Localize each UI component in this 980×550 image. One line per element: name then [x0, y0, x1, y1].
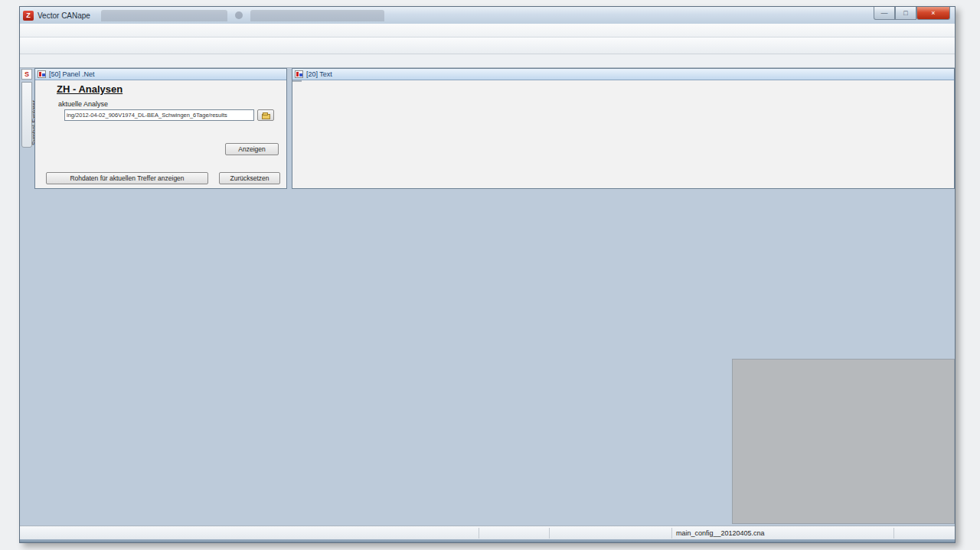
panel-icon	[38, 70, 46, 78]
status-bar: main_config__20120405.cna	[20, 526, 955, 539]
analysis-path-input[interactable]	[64, 109, 254, 121]
workspace: S Symbol-Explorer [50] Panel .Net ZH - A…	[20, 68, 955, 526]
table-vertical-scrollbar[interactable]	[292, 80, 302, 82]
app-icon: Z	[23, 11, 34, 21]
close-button[interactable]: ×	[916, 7, 950, 20]
app-window: Z Vector CANape — □ × S Symbol-Explorer …	[19, 6, 956, 543]
panel-net-titlebar[interactable]: [50] Panel .Net	[35, 69, 286, 80]
status-cell-empty	[550, 528, 672, 539]
panel-net-content: ZH - Analysen aktuelle Analyse Anzeigen …	[35, 80, 286, 188]
panel-icon	[295, 70, 303, 78]
tab-bar	[20, 54, 955, 68]
explorer-strip: S Symbol-Explorer	[20, 68, 34, 526]
panel-net-title: [50] Panel .Net	[49, 70, 284, 78]
status-file-cell: main_config__20120405.cna	[672, 528, 894, 539]
maximize-button[interactable]: □	[895, 7, 916, 20]
menu-bar	[20, 24, 955, 37]
empty-dock-area	[732, 359, 955, 524]
symbol-explorer-icon[interactable]: S	[21, 69, 32, 80]
panel-text-title: [20] Text	[306, 70, 952, 78]
panel-text-content	[292, 80, 954, 188]
panel-net: [50] Panel .Net ZH - Analysen aktuelle A…	[34, 68, 287, 189]
status-icons-cell	[479, 528, 550, 539]
toolbar	[20, 37, 955, 54]
inactive-window-icon[interactable]	[235, 11, 243, 19]
title-bar: Z Vector CANape — □ ×	[20, 7, 955, 24]
status-cell-empty	[894, 528, 955, 539]
config-filename: main_config__20120405.cna	[676, 529, 765, 537]
show-raw-data-button[interactable]: Rohdaten für aktuellen Treffer anzeigen	[46, 172, 208, 184]
window-controls: — □ ×	[874, 7, 950, 20]
window-bottom-frame	[20, 539, 955, 542]
panel-text: [20] Text	[292, 68, 955, 189]
panel-text-titlebar[interactable]: [20] Text	[292, 69, 954, 80]
folder-icon	[262, 114, 270, 119]
browse-folder-button[interactable]	[257, 109, 274, 121]
inactive-window-tab[interactable]	[250, 10, 384, 21]
show-button[interactable]: Anzeigen	[225, 143, 279, 155]
status-cell-empty	[20, 528, 479, 539]
current-analysis-label: aktuelle Analyse	[58, 100, 108, 108]
symbol-explorer-tab[interactable]: Symbol-Explorer	[21, 82, 32, 148]
reset-button[interactable]: Zurücksetzen	[219, 172, 280, 184]
analysis-heading: ZH - Analysen	[57, 83, 122, 95]
minimize-button[interactable]: —	[874, 7, 895, 20]
inactive-window-tab[interactable]	[101, 10, 227, 21]
window-title: Vector CANape	[38, 11, 90, 20]
